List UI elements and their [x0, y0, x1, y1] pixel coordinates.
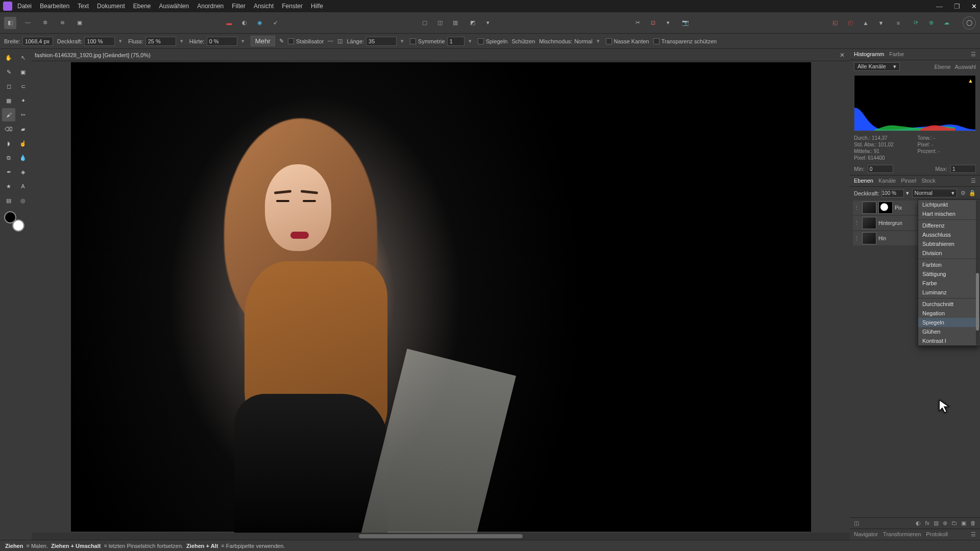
foreground-color[interactable]	[4, 211, 16, 223]
chevron-down-icon[interactable]: ▾	[117, 38, 124, 44]
chevron-down-icon[interactable]: ▾	[906, 190, 909, 196]
clone-tool-icon[interactable]: ⧉	[2, 151, 15, 164]
pen-tool-icon[interactable]: ✒	[2, 165, 15, 179]
hand-tool-icon[interactable]: ✋	[2, 51, 15, 64]
cloud-icon[interactable]: ☁	[940, 17, 952, 29]
tab-transformieren[interactable]: Transformieren	[883, 531, 921, 538]
crop-tool-icon[interactable]: ▣	[16, 65, 30, 79]
chevron-down-icon[interactable]: ▾	[178, 38, 185, 44]
brush-tool-icon[interactable]: 🖌	[2, 108, 15, 121]
tab-ebenen[interactable]: Ebenen	[854, 178, 873, 184]
dodge-tool-icon[interactable]: 💧	[16, 151, 30, 164]
dropdown-scrollbar[interactable]	[976, 201, 979, 345]
max-input[interactable]	[950, 165, 976, 173]
min-input[interactable]	[868, 165, 893, 173]
greyscale-icon[interactable]: ◐	[238, 17, 251, 29]
nasse-kanten-checkbox[interactable]	[606, 38, 612, 44]
maximize-button[interactable]: ❐	[954, 3, 960, 10]
chevron-down-icon[interactable]: ▾	[399, 38, 406, 44]
visibility-icon[interactable]: ⋮	[854, 235, 860, 242]
blend-mode-dropdown[interactable]: Lichtpunkt Hart mischen Differenz Aussch…	[918, 199, 980, 346]
blend-item-ausschluss[interactable]: Ausschluss	[918, 230, 979, 239]
marquee-tool-icon[interactable]: ◻	[2, 80, 15, 93]
add-fx-icon[interactable]: fx	[925, 520, 929, 527]
blend-item-luminanz[interactable]: Luminanz	[918, 288, 979, 297]
haerte-input[interactable]	[207, 37, 237, 46]
new-group-icon[interactable]: 🗀	[951, 520, 957, 527]
develop-persona-icon[interactable]: ✲	[39, 17, 51, 29]
fluss-input[interactable]	[145, 37, 176, 46]
mehr-button[interactable]: Mehr	[251, 36, 275, 46]
flood-tool-icon[interactable]: ▦	[2, 94, 15, 107]
chevron-down-icon[interactable]: ▾	[239, 38, 247, 44]
quickmask-icon[interactable]: ◩	[467, 17, 479, 29]
tab-kanaele[interactable]: Kanäle	[878, 178, 896, 184]
ungroup-icon[interactable]: ◰	[844, 17, 856, 29]
liquify-persona-icon[interactable]: 〰	[21, 17, 34, 29]
minimize-button[interactable]: —	[936, 3, 943, 10]
add-live-filter-icon[interactable]: ⊕	[943, 520, 947, 527]
menu-datei[interactable]: Datei	[17, 3, 32, 10]
picker-icon[interactable]: ➶	[269, 17, 281, 29]
tab-navigator[interactable]: Navigator	[854, 531, 878, 538]
blend-item-kontrast[interactable]: Kontrast l	[918, 336, 979, 345]
blur-tool-icon[interactable]: ◗	[2, 137, 15, 150]
blend-item-saettigung[interactable]: Sättigung	[918, 269, 979, 279]
backward-icon[interactable]: ▼	[875, 17, 887, 29]
panel-menu-icon[interactable]: ☰	[971, 531, 976, 538]
canvas[interactable]	[32, 61, 850, 533]
node-tool-icon[interactable]: ◈	[16, 165, 30, 179]
document-tab[interactable]: fashion-6146328_1920.jpg [Geändert] (75,…	[35, 52, 151, 58]
mischmodus-value[interactable]: Normal	[574, 38, 592, 44]
zoom-tool-icon[interactable]: ◎	[16, 194, 30, 207]
fill-tool-icon[interactable]: ▰	[16, 122, 30, 136]
new-layer-icon[interactable]: ▣	[961, 520, 966, 527]
delete-layer-icon[interactable]: 🗑	[970, 520, 976, 527]
blend-mode-select[interactable]: Normal▾	[912, 189, 957, 197]
account-avatar[interactable]: ◯	[963, 16, 976, 30]
blend-item-farbton[interactable]: Farbton	[918, 260, 979, 269]
menu-dokument[interactable]: Dokument	[97, 3, 125, 10]
panel-menu-icon[interactable]: ☰	[971, 178, 976, 184]
blend-item-hart-mischen[interactable]: Hart mischen	[918, 209, 979, 218]
tab-stock[interactable]: Stock	[921, 178, 936, 184]
gear-icon[interactable]: ⚙	[961, 190, 966, 196]
add-adjustment-icon[interactable]: ◐	[916, 520, 921, 527]
text-tool-icon[interactable]: A	[16, 180, 30, 193]
menu-bearbeiten[interactable]: Bearbeiten	[40, 3, 69, 10]
layer-deckkraft-input[interactable]	[881, 189, 904, 197]
menu-anordnen[interactable]: Anordnen	[197, 3, 224, 10]
color-swatch[interactable]	[4, 211, 24, 232]
tab-pinsel[interactable]: Pinsel	[901, 178, 916, 184]
new-doc-icon[interactable]: ⊕	[925, 17, 937, 29]
forward-icon[interactable]: ▲	[860, 17, 872, 29]
close-tab-icon[interactable]: ✕	[840, 52, 845, 59]
menu-hilfe[interactable]: Hilfe	[311, 3, 323, 10]
wand-tool-icon[interactable]: ✦	[16, 94, 30, 107]
spiegeln-checkbox[interactable]	[478, 38, 484, 44]
pencil-tool-icon[interactable]: ✏	[16, 108, 30, 121]
add-mask-icon[interactable]: ▥	[934, 520, 939, 527]
lock-icon[interactable]: 🔒	[969, 190, 976, 196]
blend-item-negation[interactable]: Negation	[918, 309, 979, 318]
sync-icon[interactable]: ⟳	[910, 17, 922, 29]
panel-menu-icon[interactable]: ☰	[971, 51, 976, 58]
blend-item-spiegeln[interactable]: Spiegeln	[918, 318, 979, 327]
deckkraft-input[interactable]	[84, 37, 115, 46]
chevron-down-icon[interactable]: ▾	[467, 38, 474, 44]
menu-text[interactable]: Text	[78, 3, 89, 10]
visibility-icon[interactable]: ⋮	[854, 205, 860, 211]
blend-item-differenz[interactable]: Differenz	[918, 221, 979, 230]
horizontal-scrollbar[interactable]	[32, 533, 850, 540]
eraser-tool-icon[interactable]: ⌫	[2, 122, 15, 136]
mesh-tool-icon[interactable]: ▤	[2, 194, 15, 207]
blend-item-subtrahieren[interactable]: Subtrahieren	[918, 239, 979, 248]
visibility-icon[interactable]: ⋮	[854, 220, 860, 227]
close-button[interactable]: ✕	[971, 3, 977, 10]
tone-mapping-persona-icon[interactable]: ≋	[56, 17, 68, 29]
schuetzen-button[interactable]: Schützen	[511, 38, 535, 44]
blend-item-lichtpunkt[interactable]: Lichtpunkt	[918, 200, 979, 209]
tab-protokoll[interactable]: Protokoll	[926, 531, 948, 538]
layer-mask-icon[interactable]: ◫	[854, 520, 859, 527]
blend-item-gluehen[interactable]: Glühen	[918, 327, 979, 336]
